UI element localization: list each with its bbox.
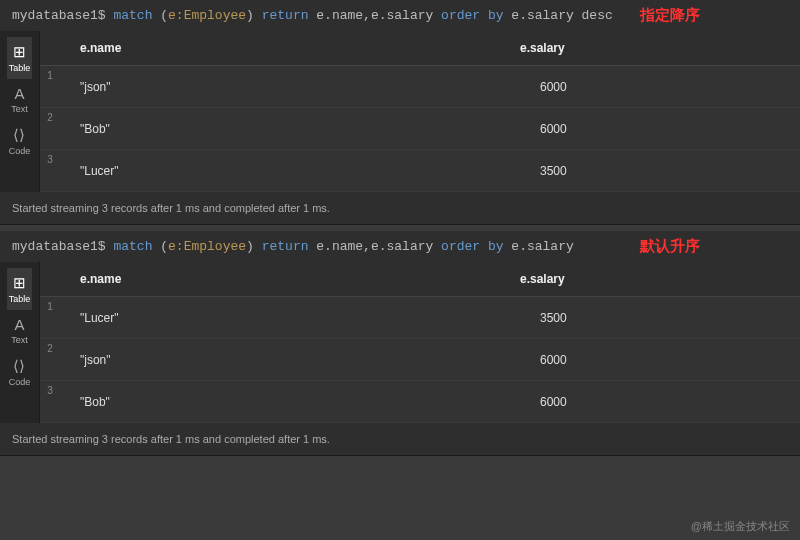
row-number: 1 [40,66,60,81]
prompt: mydatabase1$ [12,8,113,23]
cell-salary: 6000 [540,341,800,379]
sidebar-label: Text [11,104,28,114]
sidebar-tab-table[interactable]: ⊞ Table [7,37,33,79]
table-row[interactable]: 1 "json" 6000 [40,66,800,108]
result-area: ⊞ Table A Text ⟨⟩ Code e.name e.salary 1… [0,31,800,192]
result-area: ⊞ Table A Text ⟨⟩ Code e.name e.salary 1… [0,262,800,423]
sidebar-tab-text[interactable]: A Text [9,79,30,120]
cell-salary: 6000 [540,110,800,148]
code-icon: ⟨⟩ [13,357,25,375]
text-icon: A [14,85,24,102]
cell-name: "Lucer" [60,152,540,190]
table-header: e.name e.salary [40,31,800,66]
query-text: match (e:Employee) return e.name,e.salar… [113,8,612,23]
table-row[interactable]: 3 "Lucer" 3500 [40,150,800,192]
row-number: 2 [40,339,60,354]
cell-salary: 3500 [540,299,800,337]
sidebar-label: Text [11,335,28,345]
watermark: @稀土掘金技术社区 [691,519,790,534]
sidebar-label: Table [9,294,31,304]
query-panel-2: mydatabase1$ match (e:Employee) return e… [0,231,800,456]
sidebar-label: Code [9,377,31,387]
cell-name: "Lucer" [60,299,540,337]
cell-name: "Bob" [60,383,540,421]
cell-salary: 3500 [540,152,800,190]
status-bar: Started streaming 3 records after 1 ms a… [0,423,800,455]
view-sidebar: ⊞ Table A Text ⟨⟩ Code [0,262,40,423]
table-header: e.name e.salary [40,262,800,297]
text-icon: A [14,316,24,333]
table-row[interactable]: 3 "Bob" 6000 [40,381,800,423]
view-sidebar: ⊞ Table A Text ⟨⟩ Code [0,31,40,192]
annotation-desc: 指定降序 [640,6,700,25]
col-header-salary: e.salary [520,41,800,55]
prompt: mydatabase1$ [12,239,113,254]
table-row[interactable]: 2 "json" 6000 [40,339,800,381]
query-text: match (e:Employee) return e.name,e.salar… [113,239,573,254]
code-icon: ⟨⟩ [13,126,25,144]
sidebar-label: Code [9,146,31,156]
result-table: e.name e.salary 1 "json" 6000 2 "Bob" 60… [40,31,800,192]
query-bar[interactable]: mydatabase1$ match (e:Employee) return e… [0,0,800,31]
table-row[interactable]: 2 "Bob" 6000 [40,108,800,150]
query-bar[interactable]: mydatabase1$ match (e:Employee) return e… [0,231,800,262]
cell-name: "Bob" [60,110,540,148]
row-number: 3 [40,150,60,165]
result-table: e.name e.salary 1 "Lucer" 3500 2 "json" … [40,262,800,423]
sidebar-tab-code[interactable]: ⟨⟩ Code [7,120,33,162]
table-icon: ⊞ [13,43,26,61]
table-icon: ⊞ [13,274,26,292]
annotation-asc: 默认升序 [640,237,700,256]
query-panel-1: mydatabase1$ match (e:Employee) return e… [0,0,800,225]
row-number: 3 [40,381,60,396]
cell-salary: 6000 [540,383,800,421]
sidebar-tab-code[interactable]: ⟨⟩ Code [7,351,33,393]
status-bar: Started streaming 3 records after 1 ms a… [0,192,800,224]
col-header-name: e.name [40,272,520,286]
table-row[interactable]: 1 "Lucer" 3500 [40,297,800,339]
row-number: 1 [40,297,60,312]
cell-name: "json" [60,68,540,106]
sidebar-tab-text[interactable]: A Text [9,310,30,351]
sidebar-label: Table [9,63,31,73]
cell-name: "json" [60,341,540,379]
col-header-salary: e.salary [520,272,800,286]
row-number: 2 [40,108,60,123]
col-header-name: e.name [40,41,520,55]
sidebar-tab-table[interactable]: ⊞ Table [7,268,33,310]
cell-salary: 6000 [540,68,800,106]
